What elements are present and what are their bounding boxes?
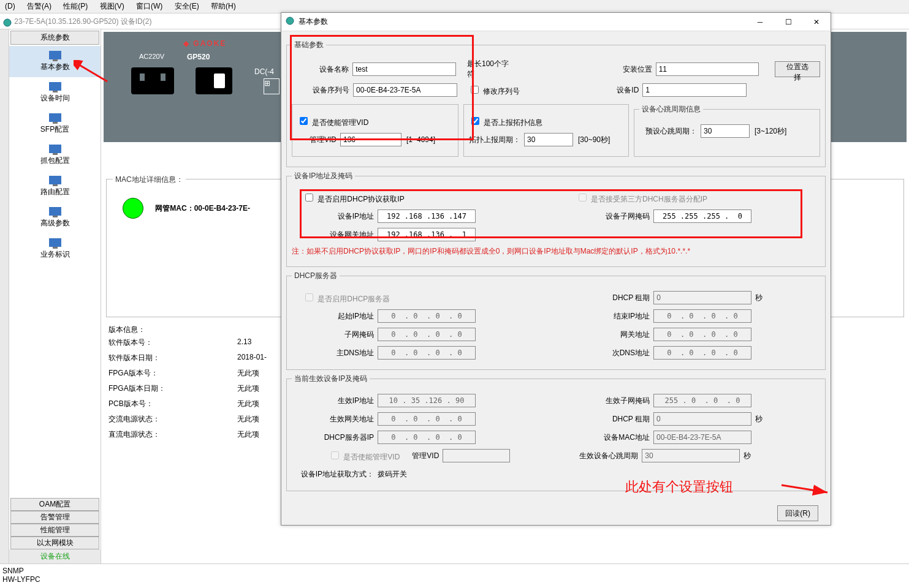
end-label: 结束IP地址 [476,311,653,322]
device-icon [49,207,61,216]
dhcp-mask-label: 子网掩码 [292,330,378,340]
sidebar-item-basic[interactable]: 基本参数 [9,46,101,77]
footer-snmp: SNMP [2,567,907,575]
cur-hb-input [642,449,740,462]
cur-ip-input [378,394,476,407]
hb-input[interactable] [701,124,750,138]
gw-input[interactable] [378,228,476,241]
cur-ip-label: 生效IP地址 [292,396,378,406]
dhcpsrv-legend: DHCP服务器 [292,271,340,281]
left-gutter [0,29,9,564]
mask-input[interactable] [653,209,751,223]
devid-input[interactable] [642,83,747,97]
name-input[interactable] [352,62,456,76]
sidebar-item-advanced[interactable]: 高级参数 [9,202,101,233]
ver-label: FPGA版本号： [108,368,237,379]
sn-label: 设备序列号 [292,85,353,96]
menu-perf[interactable]: 性能(P) [58,2,93,10]
install-label: 安装位置 [515,64,655,75]
cur-hb-label: 生效设备心跳周期 [510,451,642,461]
sidebar-item-capture[interactable]: 抓包配置 [9,140,101,171]
sidebar-oam[interactable]: OAM配置 [10,498,99,511]
basic-legend: 基础参数 [292,40,326,50]
title-text: 23-7E-5A(10.35.126.90-GP520) 设备ID(2) [14,17,151,26]
close-button[interactable]: ✕ [802,13,831,31]
maximize-button[interactable]: ☐ [774,13,802,31]
dhcp-checkbox[interactable]: 是否启用DHCP协议获取IP [303,192,405,205]
sidebar-item-bizid[interactable]: 业务标识 [9,233,101,265]
ver-value: 无此项 [237,368,259,379]
ip-legend: 设备IP地址及掩码 [292,171,355,181]
mvid-subgroup: 是否使能管理VID 管理VID [1~4094] [292,104,458,157]
sidebar-label: 路由配置 [9,187,101,197]
hb-label: 预设心跳周期： [639,126,701,137]
sidebar-label: 抓包配置 [9,156,101,166]
menu-view[interactable]: 视图(V) [95,2,129,10]
cur-srv-label: DHCP服务器IP [292,432,378,443]
cur-mac-input [653,431,751,444]
svg-point-0 [4,19,11,26]
footer: SNMP HW-LYFPC [0,564,909,588]
dhcpsrv-group: DHCP服务器 是否启用DHCP服务器 DHCP 租期 秒 起始IP地址 结束I… [286,271,826,370]
cur-mvid-input [443,449,510,462]
modify-sn-checkbox[interactable]: 修改序列号 [468,84,520,97]
position-select-button[interactable]: 位置选择 [775,61,820,77]
cur-mask-label: 生效子网掩码 [476,396,653,406]
menu-window[interactable]: 窗口(W) [131,2,167,10]
minimize-button[interactable]: ─ [746,13,774,31]
mask-label: 设备子网掩码 [476,211,653,222]
sidebar-alarm-mgmt[interactable]: 告警管理 [10,511,99,524]
ver-label: 交流电源状态： [108,414,237,424]
ver-label: 直流电源状态： [108,429,237,440]
cur-envid-checkbox: 是否使能管理VID [329,450,400,462]
sidebar-item-route[interactable]: 路由配置 [9,171,101,202]
cur-mask-input [653,394,751,407]
install-input[interactable] [656,62,759,76]
ver-label: FPGA版本日期： [108,383,237,394]
ver-value: 2018-01- [237,353,267,363]
dns2-input [653,346,751,360]
dialog-icon [281,16,295,28]
ver-value: 2.13 [237,337,251,348]
ac-label: AC220V [139,53,164,60]
topo-range: [30~90秒] [578,135,610,145]
ver-label: 软件版本号： [108,337,237,348]
sidebar-label: 业务标识 [9,249,101,260]
sidebar-header[interactable]: 系统参数 [10,31,99,45]
sidebar-eth-module[interactable]: 以太网模块 [10,537,99,549]
topo-input[interactable] [524,133,573,146]
device-status: 设备在线 [9,549,101,564]
device-icon [49,51,61,59]
name-hint: 最长100个字符 [467,59,515,80]
enable-mvid-checkbox[interactable]: 是否使能管理VID [297,115,368,128]
menu-d[interactable]: (D) [0,2,20,10]
cur-lease-input [653,412,751,426]
dialog-titlebar[interactable]: 基本参数 ─ ☐ ✕ [281,13,831,31]
sidebar: 系统参数 基本参数 设备时间 SFP配置 抓包配置 路由配置 高级参数 业务标识… [9,29,101,564]
app-icon [2,17,12,27]
dhcp-gw-label: 网关地址 [476,330,653,340]
topo-checkbox[interactable]: 是否上报拓扑信息 [469,115,542,128]
menu-security[interactable]: 安全(E) [170,2,204,10]
sn-input[interactable] [353,83,457,97]
lease-label: DHCP 租期 [390,293,653,303]
current-group: 当前生效设备IP及掩码 生效IP地址 生效子网掩码 生效网关地址 DHCP 租期… [286,374,826,491]
menu-alarm[interactable]: 告警(A) [22,2,56,10]
mvid-input[interactable] [340,133,401,146]
topo-subgroup: 是否上报拓扑信息 拓扑上报周期： [30~90秒] [463,104,629,157]
dns2-label: 次DNS地址 [476,348,653,358]
sidebar-perf-mgmt[interactable]: 性能管理 [10,524,99,537]
sidebar-item-time[interactable]: 设备时间 [9,77,101,108]
sidebar-item-sfp[interactable]: SFP配置 [9,108,101,140]
reread-button[interactable]: 回读(R) [777,505,818,521]
menu-help[interactable]: 帮助(H) [206,2,241,10]
sidebar-label: SFP配置 [9,124,101,135]
red-annotation-text: 此处有个设置按钮 [625,478,733,496]
dc-label: DC(-4 [254,67,274,76]
sidebar-label: 设备时间 [9,93,101,104]
cur-gw-input [378,412,476,426]
sec-label: 秒 [744,451,751,461]
dhcp-gw-input [653,328,751,341]
sec-label: 秒 [755,414,763,424]
ip-input[interactable] [378,209,476,223]
